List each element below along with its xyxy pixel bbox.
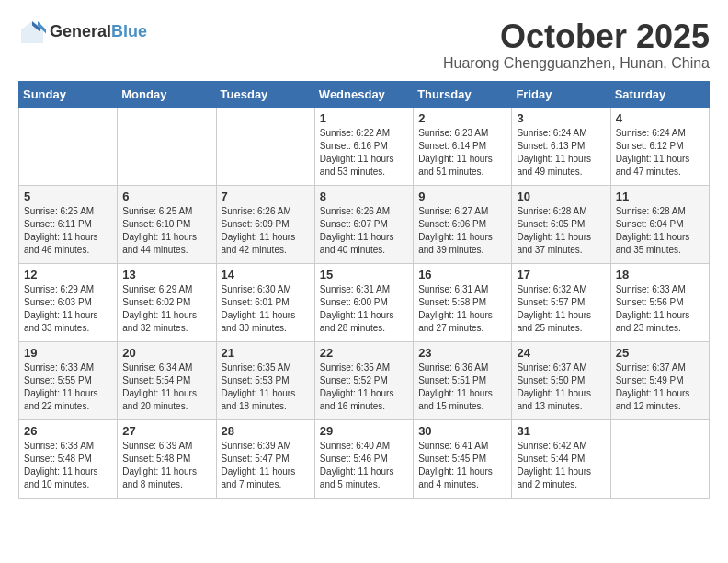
day-info: Sunrise: 6:29 AM Sunset: 6:03 PM Dayligh… [24, 283, 112, 335]
day-info: Sunrise: 6:31 AM Sunset: 6:00 PM Dayligh… [320, 283, 408, 335]
day-cell: 2Sunrise: 6:23 AM Sunset: 6:14 PM Daylig… [414, 107, 512, 185]
day-number: 11 [616, 190, 704, 203]
day-cell: 26Sunrise: 6:38 AM Sunset: 5:48 PM Dayli… [19, 419, 118, 498]
day-cell: 23Sunrise: 6:36 AM Sunset: 5:51 PM Dayli… [414, 341, 512, 419]
logo-icon [18, 18, 46, 46]
day-number: 21 [222, 346, 310, 360]
day-cell [216, 107, 314, 185]
day-cell: 15Sunrise: 6:31 AM Sunset: 6:00 PM Dayli… [314, 263, 413, 341]
day-cell: 10Sunrise: 6:28 AM Sunset: 6:05 PM Dayli… [512, 185, 610, 263]
day-info: Sunrise: 6:38 AM Sunset: 5:48 PM Dayligh… [24, 440, 112, 491]
day-number: 15 [320, 268, 408, 282]
day-cell: 27Sunrise: 6:39 AM Sunset: 5:48 PM Dayli… [118, 419, 216, 498]
day-info: Sunrise: 6:33 AM Sunset: 5:55 PM Dayligh… [24, 362, 112, 413]
day-cell: 22Sunrise: 6:35 AM Sunset: 5:52 PM Dayli… [314, 341, 413, 419]
day-number: 25 [616, 346, 704, 360]
day-info: Sunrise: 6:25 AM Sunset: 6:11 PM Dayligh… [24, 205, 112, 257]
day-info: Sunrise: 6:40 AM Sunset: 5:46 PM Dayligh… [320, 440, 408, 491]
col-header-saturday: Saturday [610, 81, 709, 107]
day-number: 27 [122, 424, 210, 438]
day-info: Sunrise: 6:23 AM Sunset: 6:14 PM Dayligh… [418, 127, 506, 178]
day-number: 10 [517, 190, 605, 203]
day-cell: 29Sunrise: 6:40 AM Sunset: 5:46 PM Dayli… [314, 419, 413, 498]
day-info: Sunrise: 6:34 AM Sunset: 5:54 PM Dayligh… [122, 362, 210, 413]
day-number: 29 [320, 424, 408, 438]
day-cell [19, 107, 118, 185]
day-number: 26 [24, 424, 112, 438]
day-cell [118, 107, 216, 185]
page-header: General Blue October 2025 Huarong Chengg… [18, 18, 710, 72]
day-number: 20 [122, 346, 210, 360]
day-cell: 17Sunrise: 6:32 AM Sunset: 5:57 PM Dayli… [512, 263, 610, 341]
day-cell: 11Sunrise: 6:28 AM Sunset: 6:04 PM Dayli… [610, 185, 709, 263]
day-cell: 4Sunrise: 6:24 AM Sunset: 6:12 PM Daylig… [610, 107, 709, 185]
day-cell: 30Sunrise: 6:41 AM Sunset: 5:45 PM Dayli… [414, 419, 512, 498]
day-info: Sunrise: 6:37 AM Sunset: 5:49 PM Dayligh… [616, 362, 704, 413]
logo: General Blue [18, 18, 147, 46]
day-info: Sunrise: 6:22 AM Sunset: 6:16 PM Dayligh… [320, 127, 408, 178]
day-number: 28 [222, 424, 310, 438]
week-row-4: 19Sunrise: 6:33 AM Sunset: 5:55 PM Dayli… [19, 341, 710, 419]
day-cell: 31Sunrise: 6:42 AM Sunset: 5:44 PM Dayli… [512, 419, 610, 498]
day-info: Sunrise: 6:24 AM Sunset: 6:12 PM Dayligh… [616, 127, 704, 178]
day-number: 1 [320, 111, 408, 125]
col-header-monday: Monday [118, 81, 216, 107]
day-cell: 16Sunrise: 6:31 AM Sunset: 5:58 PM Dayli… [414, 263, 512, 341]
day-cell: 6Sunrise: 6:25 AM Sunset: 6:10 PM Daylig… [118, 185, 216, 263]
day-number: 14 [222, 268, 310, 282]
header-row: SundayMondayTuesdayWednesdayThursdayFrid… [19, 81, 710, 107]
day-number: 31 [517, 424, 605, 438]
week-row-2: 5Sunrise: 6:25 AM Sunset: 6:11 PM Daylig… [19, 185, 710, 263]
day-info: Sunrise: 6:42 AM Sunset: 5:44 PM Dayligh… [517, 440, 605, 491]
day-info: Sunrise: 6:27 AM Sunset: 6:06 PM Dayligh… [418, 205, 506, 257]
day-cell: 8Sunrise: 6:26 AM Sunset: 6:07 PM Daylig… [314, 185, 413, 263]
week-row-5: 26Sunrise: 6:38 AM Sunset: 5:48 PM Dayli… [19, 419, 710, 498]
day-info: Sunrise: 6:31 AM Sunset: 5:58 PM Dayligh… [418, 283, 506, 335]
day-info: Sunrise: 6:28 AM Sunset: 6:04 PM Dayligh… [616, 205, 704, 257]
day-cell: 28Sunrise: 6:39 AM Sunset: 5:47 PM Dayli… [216, 419, 314, 498]
day-cell: 5Sunrise: 6:25 AM Sunset: 6:11 PM Daylig… [19, 185, 118, 263]
day-info: Sunrise: 6:39 AM Sunset: 5:47 PM Dayligh… [222, 440, 310, 491]
day-number: 16 [418, 268, 506, 282]
day-info: Sunrise: 6:30 AM Sunset: 6:01 PM Dayligh… [222, 283, 310, 335]
location-text: Huarong Chengguanzhen, Hunan, China [443, 55, 710, 72]
day-number: 5 [24, 190, 112, 203]
day-info: Sunrise: 6:41 AM Sunset: 5:45 PM Dayligh… [418, 440, 506, 491]
day-info: Sunrise: 6:28 AM Sunset: 6:05 PM Dayligh… [517, 205, 605, 257]
day-number: 7 [222, 190, 310, 203]
day-info: Sunrise: 6:35 AM Sunset: 5:53 PM Dayligh… [222, 362, 310, 413]
day-cell: 7Sunrise: 6:26 AM Sunset: 6:09 PM Daylig… [216, 185, 314, 263]
day-number: 8 [320, 190, 408, 203]
day-info: Sunrise: 6:36 AM Sunset: 5:51 PM Dayligh… [418, 362, 506, 413]
week-row-1: 1Sunrise: 6:22 AM Sunset: 6:16 PM Daylig… [19, 107, 710, 185]
day-number: 4 [616, 111, 704, 125]
week-row-3: 12Sunrise: 6:29 AM Sunset: 6:03 PM Dayli… [19, 263, 710, 341]
day-number: 24 [517, 346, 605, 360]
day-info: Sunrise: 6:26 AM Sunset: 6:09 PM Dayligh… [222, 205, 310, 257]
day-cell: 20Sunrise: 6:34 AM Sunset: 5:54 PM Dayli… [118, 341, 216, 419]
day-number: 23 [418, 346, 506, 360]
day-number: 6 [122, 190, 210, 203]
day-cell: 21Sunrise: 6:35 AM Sunset: 5:53 PM Dayli… [216, 341, 314, 419]
day-info: Sunrise: 6:25 AM Sunset: 6:10 PM Dayligh… [122, 205, 210, 257]
col-header-sunday: Sunday [19, 81, 118, 107]
month-title: October 2025 [443, 18, 710, 55]
col-header-tuesday: Tuesday [216, 81, 314, 107]
calendar-table: SundayMondayTuesdayWednesdayThursdayFrid… [18, 81, 710, 499]
day-cell: 9Sunrise: 6:27 AM Sunset: 6:06 PM Daylig… [414, 185, 512, 263]
day-number: 9 [418, 190, 506, 203]
day-number: 12 [24, 268, 112, 282]
day-info: Sunrise: 6:24 AM Sunset: 6:13 PM Dayligh… [517, 127, 605, 178]
day-number: 3 [517, 111, 605, 125]
logo-blue-text: Blue [111, 23, 147, 41]
day-cell: 12Sunrise: 6:29 AM Sunset: 6:03 PM Dayli… [19, 263, 118, 341]
day-info: Sunrise: 6:39 AM Sunset: 5:48 PM Dayligh… [122, 440, 210, 491]
day-cell: 19Sunrise: 6:33 AM Sunset: 5:55 PM Dayli… [19, 341, 118, 419]
day-info: Sunrise: 6:26 AM Sunset: 6:07 PM Dayligh… [320, 205, 408, 257]
day-info: Sunrise: 6:32 AM Sunset: 5:57 PM Dayligh… [517, 283, 605, 335]
day-info: Sunrise: 6:29 AM Sunset: 6:02 PM Dayligh… [122, 283, 210, 335]
day-info: Sunrise: 6:33 AM Sunset: 5:56 PM Dayligh… [616, 283, 704, 335]
col-header-thursday: Thursday [414, 81, 512, 107]
day-number: 2 [418, 111, 506, 125]
day-info: Sunrise: 6:37 AM Sunset: 5:50 PM Dayligh… [517, 362, 605, 413]
